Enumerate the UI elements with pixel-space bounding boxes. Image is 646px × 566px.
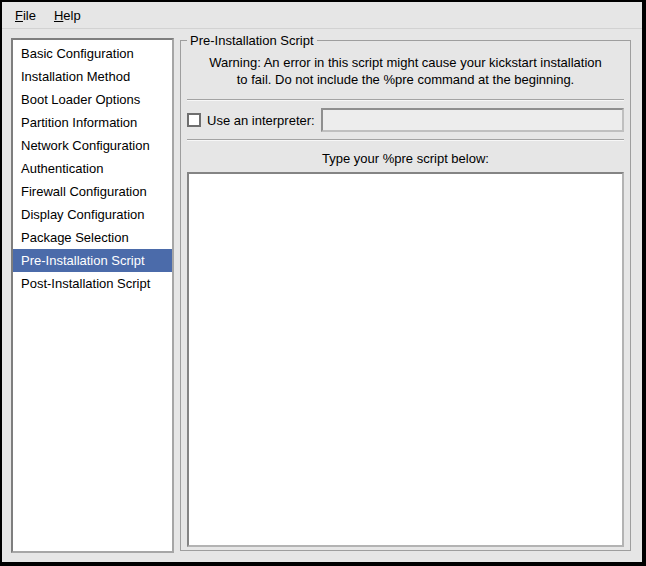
sidebar-item[interactable]: Pre-Installation Script	[13, 249, 172, 272]
warning-line-1: Warning: An error in this script might c…	[187, 54, 624, 71]
sidebar-item[interactable]: Firewall Configuration	[13, 180, 172, 203]
sidebar-item[interactable]: Network Configuration	[13, 134, 172, 157]
sidebar-item[interactable]: Package Selection	[13, 226, 172, 249]
menu-help[interactable]: Help	[45, 4, 90, 27]
sidebar-item[interactable]: Installation Method	[13, 65, 172, 88]
sidebar-item[interactable]: Authentication	[13, 157, 172, 180]
section-list: Basic Configuration Installation Method …	[11, 38, 174, 553]
warning-text: Warning: An error in this script might c…	[187, 54, 624, 88]
pre-installation-script-frame: Pre-Installation Script Warning: An erro…	[180, 33, 631, 551]
interpreter-row: Use an interpreter:	[187, 107, 624, 133]
pre-script-textarea[interactable]	[187, 172, 624, 547]
use-interpreter-checkbox[interactable]	[187, 113, 201, 127]
sidebar-item[interactable]: Partition Information	[13, 111, 172, 134]
warning-line-2: to fail. Do not include the %pre command…	[187, 71, 624, 88]
sidebar-item[interactable]: Post-Installation Script	[13, 272, 172, 295]
interpreter-input[interactable]	[321, 108, 624, 132]
separator	[187, 139, 624, 141]
separator	[187, 99, 624, 101]
frame-title: Pre-Installation Script	[187, 33, 317, 48]
script-label: Type your %pre script below:	[187, 150, 624, 167]
sidebar-item[interactable]: Boot Loader Options	[13, 88, 172, 111]
kickstart-configurator-window: File Help Basic Configuration Installati…	[0, 0, 646, 566]
menu-file[interactable]: File	[6, 4, 45, 27]
use-interpreter-label[interactable]: Use an interpreter:	[207, 113, 315, 128]
sidebar-item[interactable]: Basic Configuration	[13, 42, 172, 65]
menubar: File Help	[2, 2, 642, 29]
sidebar-item[interactable]: Display Configuration	[13, 203, 172, 226]
